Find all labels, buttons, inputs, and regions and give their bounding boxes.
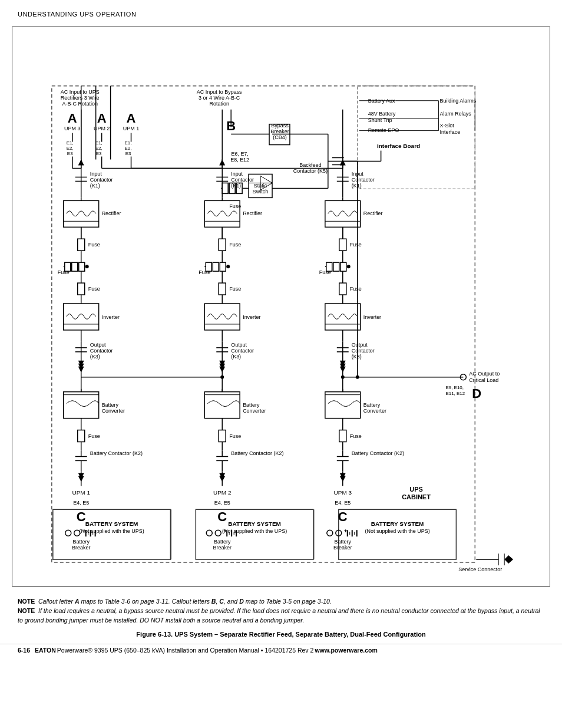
svg-rect-121 <box>220 262 226 271</box>
svg-rect-131 <box>333 262 339 271</box>
svg-text:Contactor: Contactor <box>352 177 375 183</box>
svg-text:(Not supplied with the UPS): (Not supplied with the UPS) <box>365 528 429 534</box>
svg-text:A: A <box>97 111 107 126</box>
svg-text:BATTERY SYSTEM: BATTERY SYSTEM <box>85 521 138 527</box>
svg-text:E2,: E2, <box>95 146 103 151</box>
svg-rect-206 <box>325 392 361 419</box>
svg-text:Breaker: Breaker <box>72 545 90 551</box>
note-1: NOTE Callout letter A maps to Table 3-6 … <box>18 597 544 607</box>
svg-text:E9, E10,: E9, E10, <box>445 385 464 390</box>
svg-text:E4. E5: E4. E5 <box>214 500 230 506</box>
header-title: UNDERSTANDING UPS OPERATION <box>0 0 562 21</box>
svg-rect-127 <box>219 283 226 295</box>
svg-text:(Not supplied with the UPS): (Not supplied with the UPS) <box>222 528 287 534</box>
svg-text:UPM 2: UPM 2 <box>213 489 232 496</box>
svg-rect-194 <box>64 392 99 419</box>
svg-text:Contactor: Contactor <box>231 348 254 354</box>
svg-text:UPS: UPS <box>409 486 423 493</box>
svg-text:E8, E12: E8, E12 <box>230 157 249 163</box>
svg-text:Contactor: Contactor <box>231 177 254 183</box>
svg-text:UPM 1: UPM 1 <box>72 489 90 496</box>
svg-text:Rotation: Rotation <box>210 101 229 107</box>
svg-text:C: C <box>338 509 348 524</box>
footer-brand: EATON <box>35 647 56 654</box>
svg-text:E4. E5: E4. E5 <box>335 500 351 506</box>
svg-text:Output: Output <box>231 342 247 348</box>
svg-text:(K3): (K3) <box>90 354 100 360</box>
svg-text:Inverter: Inverter <box>363 314 381 320</box>
svg-text:Input: Input <box>90 171 102 177</box>
svg-text:E3: E3 <box>96 151 102 156</box>
svg-text:E11, E12: E11, E12 <box>445 391 465 396</box>
svg-text:Backfeed: Backfeed <box>299 162 321 168</box>
svg-text:Inverter: Inverter <box>102 314 120 320</box>
svg-text:Rectifier: Rectifier <box>102 210 121 216</box>
svg-text:Fuse: Fuse <box>229 203 241 209</box>
svg-text:Inverter: Inverter <box>243 314 260 320</box>
svg-text:Fuse: Fuse <box>229 433 241 439</box>
svg-text:Battery: Battery <box>363 402 381 408</box>
svg-text:(CB4): (CB4) <box>273 134 286 140</box>
svg-rect-3 <box>196 509 313 559</box>
svg-text:Fuse: Fuse <box>88 286 100 292</box>
diagram-svg: AC Input to UPS Rectifiers 3 Wire A-B-C … <box>12 27 550 586</box>
svg-rect-221 <box>339 430 346 442</box>
svg-text:UPM 3: UPM 3 <box>334 489 352 496</box>
svg-rect-96 <box>78 239 85 251</box>
figure-caption: Figure 6-13. UPS System – Separate Recti… <box>0 627 562 641</box>
svg-text:Rectifiers 3 Wire: Rectifiers 3 Wire <box>61 95 100 101</box>
footer-page: 6-16 <box>18 647 30 654</box>
note-2-label: NOTE <box>18 607 35 614</box>
svg-text:Fuse: Fuse <box>350 286 362 292</box>
svg-rect-116 <box>78 283 85 295</box>
note-1-label: NOTE <box>18 598 35 605</box>
svg-rect-91 <box>325 200 361 227</box>
svg-text:Interface Board: Interface Board <box>377 143 420 149</box>
svg-text:C: C <box>217 509 227 524</box>
svg-point-125 <box>226 265 230 268</box>
svg-text:Contactor: Contactor <box>90 348 113 354</box>
svg-text:E3: E3 <box>125 151 131 156</box>
page-header: UNDERSTANDING UPS OPERATION <box>0 0 562 21</box>
svg-text:E4. E5: E4. E5 <box>73 500 89 506</box>
svg-rect-141 <box>64 304 99 330</box>
svg-rect-100 <box>219 239 226 251</box>
svg-text:Interface: Interface <box>439 129 460 135</box>
svg-text:48V Battery: 48V Battery <box>368 111 396 117</box>
svg-rect-150 <box>325 304 361 330</box>
svg-text:Battery: Battery <box>214 539 231 545</box>
svg-marker-321 <box>504 559 513 564</box>
svg-rect-303 <box>222 183 228 193</box>
svg-text:Battery: Battery <box>335 539 352 545</box>
svg-text:Output: Output <box>90 342 106 348</box>
figure-caption-text: Figure 6-13. UPS System – Separate Recti… <box>136 631 425 638</box>
svg-rect-146 <box>204 304 240 330</box>
svg-text:Breaker: Breaker <box>213 545 232 551</box>
svg-text:D: D <box>472 386 481 401</box>
svg-text:Fuse: Fuse <box>229 286 241 292</box>
svg-text:Battery Contactor (K2): Battery Contactor (K2) <box>231 450 283 456</box>
svg-rect-120 <box>213 262 219 271</box>
svg-rect-215 <box>78 430 85 442</box>
svg-text:Breaker: Breaker <box>270 129 289 134</box>
svg-text:CABINET: CABINET <box>402 493 431 500</box>
svg-text:(K3): (K3) <box>231 354 241 360</box>
svg-text:Fuse: Fuse <box>88 242 100 248</box>
svg-rect-81 <box>64 200 99 227</box>
svg-rect-104 <box>339 239 346 251</box>
svg-text:Rectifier: Rectifier <box>363 210 383 216</box>
svg-text:Bypass: Bypass <box>271 123 289 129</box>
svg-text:AC Input to UPS: AC Input to UPS <box>61 89 100 95</box>
svg-text:Battery: Battery <box>243 402 260 408</box>
svg-text:Input: Input <box>231 171 243 177</box>
svg-text:E1,: E1, <box>95 140 103 146</box>
svg-text:Critical Load: Critical Load <box>469 377 498 383</box>
svg-rect-200 <box>204 392 240 419</box>
svg-text:Fuse: Fuse <box>58 269 70 275</box>
diagram-container: AC Input to UPS Rectifiers 3 Wire A-B-C … <box>12 27 550 587</box>
svg-text:Fuse: Fuse <box>350 242 362 248</box>
svg-text:C: C <box>77 509 86 524</box>
svg-text:Contactor (K5): Contactor (K5) <box>293 168 328 174</box>
svg-text:Converter: Converter <box>243 408 266 414</box>
svg-text:(K1): (K1) <box>352 183 362 189</box>
